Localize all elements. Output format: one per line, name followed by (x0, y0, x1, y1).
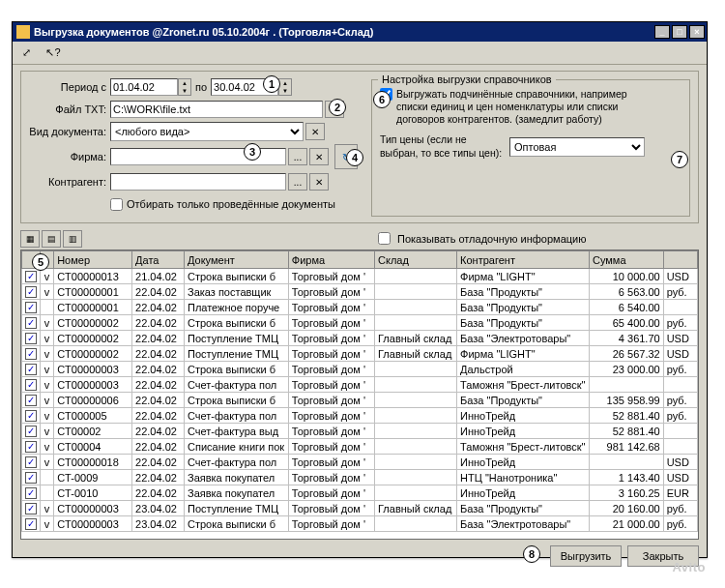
col-header[interactable]: Документ (184, 251, 288, 269)
table-row[interactable]: ✓vCT00000522.04.02Счет-фактура полТоргов… (22, 408, 698, 424)
window-title: Выгрузка документов @Zronet.ru 05.10.200… (34, 26, 654, 38)
table-row[interactable]: ✓vCT0000001822.04.02Счет-фактура полТорг… (22, 455, 698, 470)
callout-8: 8 (523, 545, 540, 563)
grid-view-1-button[interactable]: ▦ (20, 230, 40, 248)
table-row[interactable]: ✓vCT0000000222.04.02Строка выписки бТорг… (22, 315, 698, 331)
table-row[interactable]: ✓vCT0000000323.04.02Поступление ТМЦТорго… (22, 501, 698, 516)
contragent-label: Контрагент: (29, 176, 106, 188)
firm-clear-button[interactable]: ✕ (309, 148, 329, 165)
price-type-label: Тип цены (если не выбран, то все типы це… (380, 133, 506, 159)
export-sub-checkbox[interactable]: Выгружать подчинённые справочники, напри… (380, 88, 682, 126)
minimize-button[interactable]: _ (654, 25, 670, 39)
help-cursor-icon[interactable]: ↖? (44, 44, 63, 63)
table-row[interactable]: ✓CT-000922.04.02Заявка покупателТорговый… (22, 470, 698, 485)
titlebar: Выгрузка документов @Zronet.ru 05.10.200… (13, 22, 707, 42)
refs-group: Настройка выгрузки справочников Выгружат… (371, 79, 690, 217)
table-row[interactable]: ✓CT0000000122.04.02Платежное поручеТорго… (22, 300, 698, 315)
contragent-clear-button[interactable]: ✕ (309, 173, 329, 191)
doc-type-label: Вид документа: (29, 126, 106, 137)
file-input[interactable] (110, 101, 323, 118)
debug-checkbox[interactable]: Показывать отладочную информацию (374, 229, 586, 248)
table-row[interactable]: ✓vCT0000000222.04.02Поступление ТМЦТорго… (22, 346, 698, 362)
col-header[interactable] (663, 251, 697, 269)
contragent-browse-button[interactable]: ... (288, 173, 307, 191)
documents-grid[interactable]: НомерДатаДокументФирмаСкладКонтрагентСум… (20, 250, 699, 540)
callout-3: 3 (244, 143, 261, 161)
table-row[interactable]: ✓vCT0000222.04.02Счет-фактура выдТорговы… (22, 424, 698, 439)
maximize-button[interactable]: □ (672, 25, 687, 39)
table-row[interactable]: ✓vCT0000000322.04.02Строка выписки бТорг… (22, 362, 698, 377)
table-row[interactable]: ✓vCT0000000222.04.02Поступление ТМЦТорго… (22, 331, 698, 346)
export-button[interactable]: Выгрузить (550, 545, 622, 567)
period-from-spinner[interactable]: ▲▼ (178, 78, 191, 96)
doc-type-clear-button[interactable]: ✕ (305, 123, 325, 140)
callout-1: 1 (263, 75, 280, 93)
expand-icon[interactable]: ⤢ (16, 44, 36, 63)
col-header[interactable]: Номер (54, 251, 132, 269)
contragent-input[interactable] (110, 173, 286, 191)
callout-6: 6 (373, 91, 391, 108)
period-to-spinner[interactable]: ▲▼ (278, 78, 292, 96)
grid-view-3-button[interactable]: ▥ (63, 230, 82, 248)
callout-7: 7 (671, 151, 688, 168)
table-row[interactable]: ✓vCT0000000322.04.02Счет-фактура полТорг… (22, 377, 698, 393)
callout-5: 5 (32, 253, 49, 271)
callout-2: 2 (329, 99, 346, 116)
app-icon (16, 25, 30, 39)
firm-label: Фирма: (29, 151, 106, 162)
watermark: Avito (672, 560, 706, 574)
filter-panel: Период с ▲▼ по ▲▼ Файл TXT: ... Вид доку… (20, 71, 699, 223)
close-button[interactable]: × (689, 25, 705, 39)
file-label: Файл TXT: (29, 103, 106, 115)
toolbar: ⤢ ↖? (13, 42, 707, 65)
refs-group-title: Настройка выгрузки справочников (378, 74, 556, 85)
app-window: Выгрузка документов @Zronet.ru 05.10.200… (12, 21, 708, 558)
table-row[interactable]: ✓vCT0000000323.04.02Строка выписки бТорг… (22, 516, 698, 532)
period-to-label: по (195, 81, 207, 93)
col-header[interactable]: Фирма (288, 251, 374, 269)
col-header[interactable]: Дата (132, 251, 185, 269)
firm-browse-button[interactable]: ... (288, 148, 307, 165)
table-row[interactable]: ✓CT-001022.04.02Заявка покупателТорговый… (22, 485, 698, 501)
table-row[interactable]: ✓vCT0000000122.04.02Заказ поставщикТорго… (22, 284, 698, 300)
col-header[interactable]: Сумма (589, 251, 663, 269)
doc-type-select[interactable]: <любого вида> (110, 122, 304, 141)
table-row[interactable]: ✓vCT0000001321.04.02Строка выписки бТорг… (22, 269, 698, 284)
only-posted-checkbox[interactable]: Отбирать только проведённые документы (110, 198, 335, 211)
period-from-input[interactable] (110, 78, 178, 96)
callout-4: 4 (346, 149, 363, 166)
period-from-label: Период с (29, 81, 106, 93)
price-type-select[interactable]: Оптовая (509, 137, 645, 157)
grid-view-2-button[interactable]: ▤ (42, 230, 61, 248)
col-header[interactable]: Склад (375, 251, 457, 269)
col-header[interactable]: Контрагент (457, 251, 590, 269)
table-row[interactable]: ✓vCT0000000622.04.02Строка выписки бТорг… (22, 393, 698, 408)
table-row[interactable]: ✓vCT0000422.04.02Списание книги покТорго… (22, 439, 698, 455)
